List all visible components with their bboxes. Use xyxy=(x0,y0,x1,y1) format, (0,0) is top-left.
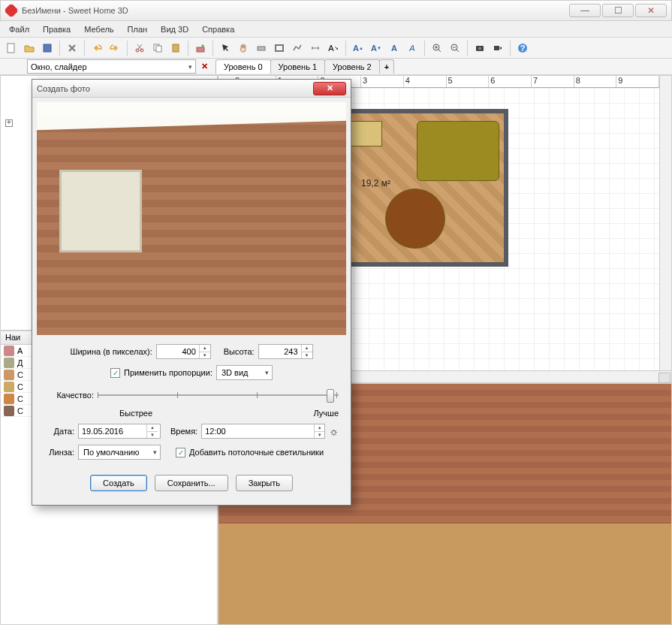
furniture-table[interactable] xyxy=(385,189,445,249)
dimension-tool-icon[interactable] xyxy=(307,40,324,56)
clear-search-icon[interactable]: ✕ xyxy=(198,62,211,71)
save-button[interactable]: Сохранить... xyxy=(155,475,228,491)
apply-ratio-checkbox[interactable]: ✓ xyxy=(110,368,120,378)
redo-icon[interactable] xyxy=(107,40,123,56)
camera-icon[interactable] xyxy=(472,40,488,56)
window-title: БезИмени - Sweet Home 3D xyxy=(22,6,569,15)
quality-best-label: Лучше xyxy=(313,409,339,418)
level-tab-add[interactable]: + xyxy=(379,59,394,74)
preview-window xyxy=(59,170,142,252)
room-tool-icon[interactable] xyxy=(271,40,288,56)
menu-help[interactable]: Справка xyxy=(196,23,240,36)
date-label: Дата: xyxy=(44,427,74,436)
item-icon xyxy=(4,382,14,392)
dialog-title: Создать фото xyxy=(37,84,313,93)
text-tool-icon[interactable]: A↘ xyxy=(325,40,342,56)
level-tab-0[interactable]: Уровень 0 xyxy=(215,59,271,74)
window-titlebar: БезИмени - Sweet Home 3D — ☐ ✕ xyxy=(0,0,672,21)
spin-down-icon[interactable]: ▼ xyxy=(146,432,158,439)
height-input[interactable] xyxy=(259,345,301,358)
zoom-out-icon[interactable] xyxy=(447,40,463,56)
ratio-select[interactable]: 3D вид xyxy=(216,365,273,380)
main-toolbar: A↘ A▲ A▼ A A ? xyxy=(0,38,672,59)
furniture-search-combo[interactable]: Окно, слайдер xyxy=(27,59,196,74)
app-icon xyxy=(5,5,17,17)
svg-rect-9 xyxy=(258,47,265,50)
save-icon[interactable] xyxy=(39,40,56,56)
menu-file[interactable]: Файл xyxy=(3,23,35,36)
width-spinner[interactable]: ▲▼ xyxy=(156,344,211,359)
ceiling-lights-label: Добавить потолочные светильники xyxy=(189,448,324,457)
text-italic-icon[interactable]: A xyxy=(404,40,420,56)
dialog-titlebar[interactable]: Создать фото ✕ xyxy=(32,80,351,98)
vertical-scrollbar[interactable] xyxy=(659,76,671,370)
quality-label: Качество: xyxy=(44,391,94,400)
svg-rect-1 xyxy=(8,44,14,53)
cut-icon[interactable] xyxy=(131,40,148,56)
level-tab-1[interactable]: Уровень 1 xyxy=(270,59,326,74)
tree-expand-icon[interactable] xyxy=(5,119,13,127)
menu-furniture[interactable]: Мебель xyxy=(78,23,119,36)
sun-icon[interactable]: ☼ xyxy=(329,425,339,437)
lens-select[interactable]: По умолчанию xyxy=(78,445,161,460)
spin-up-icon[interactable]: ▲ xyxy=(301,345,312,352)
maximize-button[interactable]: ☐ xyxy=(602,4,634,17)
second-toolbar: Окно, слайдер ✕ Уровень 0 Уровень 1 Уров… xyxy=(0,59,672,75)
menu-edit[interactable]: Правка xyxy=(37,23,77,36)
add-furniture-icon[interactable] xyxy=(192,40,209,56)
spin-up-icon[interactable]: ▲ xyxy=(146,424,158,432)
text-decrease-icon[interactable]: A▼ xyxy=(368,40,384,56)
open-icon[interactable] xyxy=(21,40,38,56)
combo-value: Окно, слайдер xyxy=(31,62,87,71)
furniture-sofa[interactable] xyxy=(417,121,499,181)
time-label: Время: xyxy=(170,427,197,436)
time-spinner[interactable]: ▲▼ xyxy=(201,424,325,439)
close-button[interactable]: ✕ xyxy=(635,4,667,17)
text-increase-icon[interactable]: A▲ xyxy=(350,40,366,56)
slider-thumb[interactable] xyxy=(327,389,334,403)
menu-3dview[interactable]: Вид 3D xyxy=(155,23,194,36)
date-input[interactable] xyxy=(79,424,146,438)
help-icon[interactable]: ? xyxy=(514,40,531,56)
pointer-icon[interactable] xyxy=(217,40,234,56)
polyline-tool-icon[interactable] xyxy=(289,40,306,56)
width-label: Ширина (в пикселах): xyxy=(70,347,152,356)
minimize-button[interactable]: — xyxy=(569,4,601,17)
close-dialog-button[interactable]: Закрыть xyxy=(236,475,293,491)
width-input[interactable] xyxy=(157,345,199,358)
copy-icon[interactable] xyxy=(149,40,166,56)
spin-up-icon[interactable]: ▲ xyxy=(314,424,324,432)
level-tabs: Уровень 0 Уровень 1 Уровень 2 + xyxy=(215,59,393,74)
svg-rect-7 xyxy=(173,44,179,52)
zoom-in-icon[interactable] xyxy=(429,40,445,56)
spin-down-icon[interactable]: ▼ xyxy=(314,432,324,439)
paste-icon[interactable] xyxy=(167,40,184,56)
create-photo-dialog: Создать фото ✕ Ширина (в пикселах): ▲▼ В… xyxy=(32,79,351,506)
wall-tool-icon[interactable] xyxy=(253,40,270,56)
item-icon xyxy=(4,406,14,416)
undo-icon[interactable] xyxy=(89,40,105,56)
quality-fast-label: Быстрее xyxy=(119,409,152,418)
height-spinner[interactable]: ▲▼ xyxy=(258,344,313,359)
spin-down-icon[interactable]: ▼ xyxy=(301,352,312,359)
dialog-close-button[interactable]: ✕ xyxy=(313,82,346,95)
level-tab-2[interactable]: Уровень 2 xyxy=(324,59,380,74)
item-icon xyxy=(4,394,14,404)
video-icon[interactable] xyxy=(490,40,506,56)
new-icon[interactable] xyxy=(3,40,20,56)
svg-rect-0 xyxy=(5,5,17,17)
svg-rect-2 xyxy=(44,44,51,52)
photo-preview xyxy=(37,102,346,335)
spin-up-icon[interactable]: ▲ xyxy=(199,345,210,352)
time-input[interactable] xyxy=(202,424,314,438)
spin-down-icon[interactable]: ▼ xyxy=(199,352,210,359)
menu-plan[interactable]: План xyxy=(122,23,154,36)
hand-icon[interactable] xyxy=(235,40,252,56)
quality-slider[interactable] xyxy=(98,388,339,403)
date-spinner[interactable]: ▲▼ xyxy=(78,424,161,439)
ceiling-lights-checkbox[interactable]: ✓ xyxy=(176,448,185,457)
preferences-icon[interactable] xyxy=(64,40,80,56)
height-label: Высота: xyxy=(224,347,255,356)
text-bold-icon[interactable]: A xyxy=(386,40,402,56)
create-button[interactable]: Создать xyxy=(90,475,147,491)
